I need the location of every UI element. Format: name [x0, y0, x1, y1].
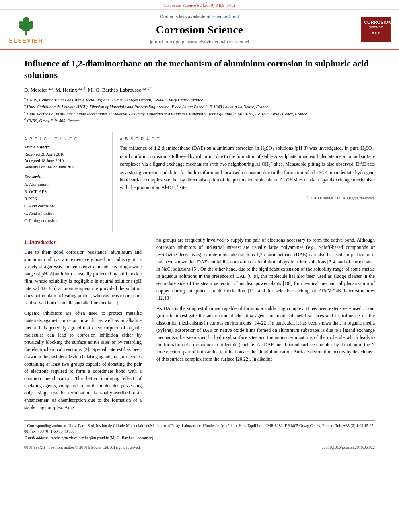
author-list: D. Mercier a,b, M. Herinx a,c,d, M.-G. B… [24, 87, 152, 93]
doi-line: doi:10.1016/j.corsci.2010.06.022 [322, 445, 375, 450]
affiliations: a CNRS, Centre d'Etudes de Chimie Métall… [24, 96, 375, 124]
corresponding-note: * Corresponding author at: Univ. Paris-S… [24, 423, 375, 434]
copyright-line: © 2010 Elsevier Ltd. All rights reserved… [120, 195, 375, 201]
article-info-col: A R T I C L E I N F O Article history: R… [24, 132, 113, 232]
affiliation-d: d CNRS, Orsay F-91405, France [24, 117, 375, 124]
body-para-4: As DAE is the simplest diamine capable o… [156, 305, 375, 363]
body-para-3: no groups are frequently involved to sup… [156, 236, 375, 302]
abstract-col: A B S T R A C T The influence of 1,2-dia… [113, 132, 375, 232]
affiliation-b: b Univ. Catholique de Louvain (UCL), Div… [24, 103, 375, 110]
keywords-list: A. Aluminium B. OCP-AES B. XPS C. Acid c… [24, 181, 106, 224]
article-title-section: Influence of 1,2-diaminoethane on the me… [0, 50, 399, 129]
journal-citation: Corrosion Science 52 (2010) 3405–3412 [163, 3, 235, 8]
keyword-6: C. Pitting corrosion [24, 217, 106, 224]
article-info-label: A R T I C L E I N F O [24, 136, 106, 142]
body-para-2: Organic inhibitors are often used to pro… [24, 310, 142, 411]
svg-rect-0 [25, 32, 27, 35]
received-date: Received 26 April 2010 [24, 151, 106, 158]
sciencedirect-link[interactable]: ScienceDirect [212, 14, 239, 19]
header-middle: Contents lists available at ScienceDirec… [44, 14, 355, 45]
journal-title: Corrosion Science [44, 22, 355, 37]
issn-line: 0010-938X/$ - see front matter © 2010 El… [24, 445, 141, 450]
section1-heading: 1. Introduction [24, 238, 142, 246]
svg-point-4 [19, 25, 25, 29]
badge-title: CORROSION [364, 19, 388, 25]
keyword-1: A. Aluminium [24, 181, 106, 188]
keyword-4: C. Acid corrosion [24, 203, 106, 210]
svg-point-5 [28, 25, 34, 29]
badge-sub: SCIENCE [364, 25, 388, 29]
footer-notes: * Corresponding author at: Univ. Paris-S… [24, 420, 375, 442]
journal-homepage: journal homepage: www.elsevier.com/locat… [44, 39, 355, 45]
svg-point-7 [29, 21, 33, 25]
star-icon: * [24, 423, 26, 428]
sciencedirect-line: Contents lists available at ScienceDirec… [44, 14, 355, 20]
available-date: Available online 27 June 2010 [24, 164, 106, 170]
body-left-col: 1. Introduction Due to their good corros… [24, 236, 149, 414]
elsevier-tree-icon [14, 14, 38, 36]
keyword-5: C. Acid inhibition [24, 210, 106, 217]
svg-point-6 [19, 21, 23, 25]
main-body: 1. Introduction Due to their good corros… [0, 236, 399, 414]
journal-header: ELSEVIER Contents lists available at Sci… [0, 10, 399, 50]
email-note: E-mail address: marie-genevieve.barthes@… [24, 435, 375, 441]
keywords-label: Keywords: [24, 174, 106, 180]
body-right-col: no groups are frequently involved to sup… [149, 236, 375, 414]
keywords-group: Keywords: A. Aluminium B. OCP-AES B. XPS… [24, 174, 106, 224]
elsevier-logo: ELSEVIER [8, 14, 44, 45]
elsevier-wordmark: ELSEVIER [9, 37, 43, 45]
keyword-2: B. OCP-AES [24, 188, 106, 195]
affiliation-a: a CNRS, Centre d'Etudes de Chimie Métall… [24, 96, 375, 103]
affiliation-c: c Univ. Paris-Sud, Institut de Chimie Mo… [24, 110, 375, 117]
corrosion-badge: CORROSION SCIENCE ■ ■ ■ — — — [361, 17, 391, 42]
svg-point-3 [23, 17, 29, 23]
article-main-title: Influence of 1,2-diaminoethane on the me… [24, 58, 375, 81]
journal-logo-right: CORROSION SCIENCE ■ ■ ■ — — — [355, 17, 391, 42]
keyword-3: B. XPS [24, 195, 106, 203]
abstract-label: A B S T R A C T [120, 136, 375, 142]
article-history-group: Article history: Received 26 April 2010 … [24, 144, 106, 170]
authors: D. Mercier a,b, M. Herinx a,c,d, M.-G. B… [24, 86, 375, 94]
info-abstract-section: A R T I C L E I N F O Article history: R… [0, 132, 399, 232]
history-label: Article history: [24, 144, 106, 150]
footer-bottom: 0010-938X/$ - see front matter © 2010 El… [0, 442, 399, 454]
accepted-date: Accepted 18 June 2010 [24, 158, 106, 164]
body-para-1: Due to their good corrosion resistance, … [24, 249, 142, 306]
citation-bar: Corrosion Science 52 (2010) 3405–3412 [0, 0, 399, 10]
abstract-text: The influence of 1,2-diaminoethane (DAE)… [120, 144, 375, 192]
